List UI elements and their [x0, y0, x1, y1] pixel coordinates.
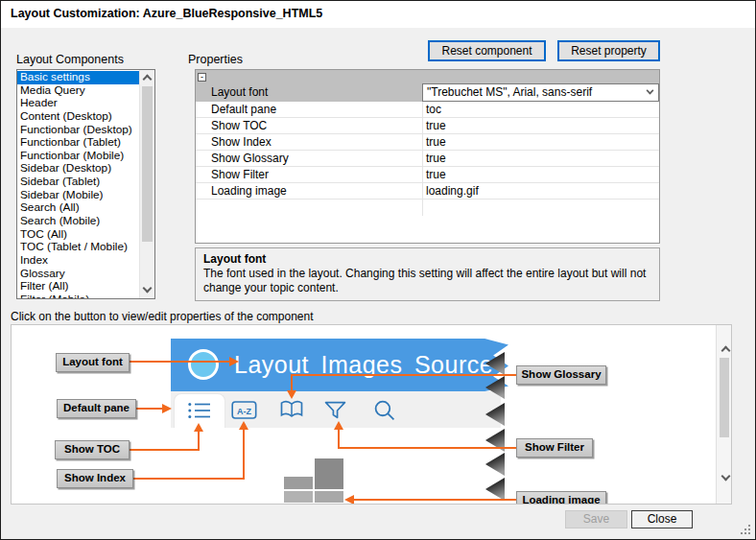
list-item-functionbar-tablet[interactable]: Functionbar (Tablet): [17, 136, 139, 150]
connector-show-filter: [339, 447, 517, 449]
list-item-toc-tablet-mobile[interactable]: TOC (Tablet / Mobile): [17, 241, 139, 254]
combobox-value: "Trebuchet MS", Arial, sans-serif: [427, 84, 592, 101]
list-item-sidebar-mobile[interactable]: Sidebar (Mobile): [17, 189, 139, 202]
properties-label: Properties: [188, 53, 243, 66]
connector-loading-image: [354, 499, 517, 501]
show-filter-callout-button[interactable]: Show Filter: [516, 438, 593, 458]
scroll-up-icon[interactable]: [140, 71, 154, 85]
property-value: true: [426, 118, 446, 133]
banner-title: Layout Images Source: [234, 339, 493, 391]
description-body: The font used in the layout. Changing th…: [203, 267, 651, 294]
property-row-show-glossary[interactable]: Show Glossary true: [196, 151, 659, 167]
resize-grip[interactable]: [740, 525, 750, 535]
property-description-box: Layout font The font used in the layout.…: [195, 247, 660, 301]
property-value: true: [426, 167, 446, 182]
torn-edge-triangle: [485, 453, 505, 476]
list-scrollbar[interactable]: [139, 70, 154, 298]
save-button[interactable]: Save: [565, 510, 627, 528]
svg-text:A-Z: A-Z: [237, 407, 251, 416]
layout-preview-panel: Layout Images Source A-Z: [11, 324, 732, 505]
glossary-icon: [279, 400, 304, 421]
grid-column-divider: [422, 102, 423, 216]
loading-image-callout-button[interactable]: Loading image: [516, 491, 606, 505]
arrow-down-icon: [287, 390, 296, 399]
arrow-up-icon: [334, 421, 343, 430]
connector-show-filter: [338, 429, 340, 449]
list-item-media-query[interactable]: Media Query: [17, 84, 139, 98]
connector-show-toc: [198, 431, 200, 451]
arrow-right-icon: [162, 404, 172, 413]
property-row-show-filter[interactable]: Show Filter true: [196, 167, 659, 183]
list-item-sidebar-desktop[interactable]: Sidebar (Desktop): [17, 162, 139, 176]
loading-image-block: [284, 491, 313, 503]
list-item-filter-mobile[interactable]: Filter (Mobile): [17, 293, 139, 299]
list-item-functionbar-mobile[interactable]: Functionbar (Mobile): [17, 150, 139, 163]
list-item-toc-all[interactable]: TOC (All): [17, 228, 139, 242]
property-row-default-pane[interactable]: Default pane toc: [196, 102, 659, 118]
filter-icon: [324, 401, 349, 422]
connector-show-glossary: [291, 374, 293, 390]
title-bar: Layout Customization: Azure_BlueResponsi…: [1, 1, 755, 28]
list-scrollbar-thumb[interactable]: [142, 86, 153, 242]
layout-components-label: Layout Components: [16, 53, 124, 66]
property-name: Loading image: [211, 183, 287, 199]
list-item-search-all[interactable]: Search (All): [17, 201, 139, 215]
property-row-show-toc[interactable]: Show TOC true: [196, 118, 659, 134]
list-item-glossary[interactable]: Glossary: [17, 268, 139, 281]
show-glossary-callout-button[interactable]: Show Glossary: [516, 365, 606, 385]
connector-show-glossary: [291, 374, 517, 376]
show-toc-callout-button[interactable]: Show TOC: [55, 440, 130, 459]
layout-customization-dialog: Layout Customization: Azure_BlueResponsi…: [0, 0, 756, 540]
property-value: true: [426, 151, 446, 166]
close-button[interactable]: Close: [631, 510, 693, 528]
loading-image-block: [315, 491, 343, 503]
property-name: Show Glossary: [211, 151, 289, 166]
index-icon: A-Z: [231, 400, 256, 421]
list-item-header[interactable]: Header: [17, 97, 139, 110]
default-pane-callout-button[interactable]: Default pane: [57, 399, 136, 418]
scroll-down-icon[interactable]: [140, 283, 154, 297]
property-row-loading-image[interactable]: Loading image loading.gif: [196, 183, 659, 200]
layout-font-combobox[interactable]: "Trebuchet MS", Arial, sans-serif: [422, 83, 659, 102]
property-value: true: [426, 134, 446, 150]
list-item-functionbar-desktop[interactable]: Functionbar (Desktop): [17, 124, 139, 137]
show-index-callout-button[interactable]: Show Index: [57, 469, 133, 488]
scroll-up-icon[interactable]: [719, 342, 729, 354]
preview-scrollbar[interactable]: [716, 325, 731, 504]
layout-components-list: Basic settings Media Query Header Conten…: [16, 69, 155, 299]
property-category-band: -: [196, 70, 659, 83]
reset-property-button[interactable]: Reset property: [557, 40, 660, 61]
scroll-down-icon[interactable]: [719, 471, 729, 480]
torn-edge-triangle: [485, 478, 505, 501]
property-name: Show TOC: [211, 118, 267, 133]
reset-component-button[interactable]: Reset component: [428, 40, 546, 61]
property-name: Default pane: [211, 102, 276, 117]
preview-hint-text: Click on the button to view/edit propert…: [11, 310, 314, 323]
search-icon: [373, 399, 398, 420]
arrow-up-icon: [194, 423, 203, 432]
collapse-category-button[interactable]: -: [198, 73, 206, 82]
list-item-basic-settings[interactable]: Basic settings: [17, 71, 139, 84]
connector-show-index: [132, 478, 245, 480]
layout-font-callout-button[interactable]: Layout font: [56, 353, 130, 372]
list-item-index[interactable]: Index: [17, 254, 139, 268]
preview-banner: Layout Images Source: [171, 339, 508, 391]
arrow-right-icon: [229, 357, 239, 366]
list-item-search-mobile[interactable]: Search (Mobile): [17, 215, 139, 228]
loading-image-block: [315, 458, 343, 489]
list-item-sidebar-tablet[interactable]: Sidebar (Tablet): [17, 176, 139, 189]
connector-show-toc: [129, 449, 200, 451]
preview-scrollbar-thumb[interactable]: [720, 358, 729, 437]
property-row-show-index[interactable]: Show Index true: [196, 134, 659, 151]
connector-layout-font: [129, 361, 229, 363]
combobox-dropdown-button[interactable]: [643, 84, 658, 101]
toc-icon: [187, 401, 212, 422]
connector-show-index: [243, 429, 245, 480]
list-item-content-desktop[interactable]: Content (Desktop): [17, 110, 139, 124]
window-title: Layout Customization: Azure_BlueResponsi…: [11, 7, 322, 20]
description-title: Layout font: [203, 252, 651, 266]
loading-image-block: [284, 477, 313, 489]
list-item-filter-all[interactable]: Filter (All): [17, 280, 139, 293]
property-row-layout-font[interactable]: Layout font "Trebuchet MS", Arial, sans-…: [196, 83, 659, 102]
chevron-down-icon: [647, 87, 654, 95]
